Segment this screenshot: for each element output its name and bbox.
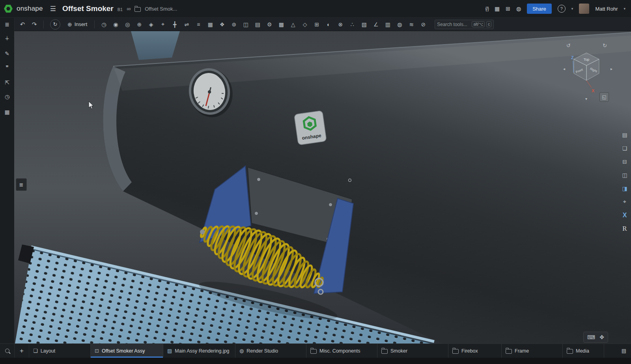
pattern-icon[interactable]: ▩	[275, 19, 287, 30]
tables-icon[interactable]: ▦	[0, 108, 14, 116]
redo-icon[interactable]: ↷	[28, 19, 40, 30]
add-tab-button[interactable]: +	[15, 344, 29, 358]
display-panel-icon[interactable]: ⊟	[620, 157, 629, 166]
interference-icon[interactable]: ⊗	[334, 19, 346, 30]
onshape-logo-icon[interactable]	[4, 4, 13, 13]
revolute-mate-icon[interactable]: ◎	[121, 19, 133, 30]
display-states-icon[interactable]: ⊞	[311, 19, 323, 30]
assembly-tab-icon: ⊡	[95, 348, 99, 354]
fastened-mate-icon[interactable]: ◈	[145, 19, 157, 30]
configurations-icon[interactable]: ▥	[382, 19, 394, 30]
tab-folder-frame[interactable]: Frame	[502, 344, 563, 358]
tab-folder-media[interactable]: Media	[563, 344, 604, 358]
undo-icon[interactable]: ↶	[17, 19, 28, 30]
appearance-panel-icon[interactable]: ◨	[620, 184, 629, 192]
3d-scene[interactable]: onshape	[14, 31, 631, 343]
section-view-icon[interactable]: ◐	[323, 19, 334, 30]
x-axis-label: X	[592, 88, 595, 93]
group-icon[interactable]: ≡	[192, 19, 204, 30]
rotate-cube-left-icon[interactable]: ◂	[563, 67, 565, 71]
comments-icon[interactable]: ❞	[0, 64, 14, 71]
share-button[interactable]: Share	[527, 4, 552, 14]
rotate-right-icon[interactable]: ↻	[603, 43, 607, 49]
exploded-view-icon[interactable]: △	[287, 19, 299, 30]
structure-panel-icon[interactable]: ❏	[620, 144, 629, 152]
user-name: Matt Rohr	[595, 6, 618, 12]
rotate-left-icon[interactable]: ↺	[566, 43, 571, 49]
globe-icon[interactable]: ◍	[516, 6, 521, 12]
clock-icon[interactable]: ◷	[98, 19, 110, 30]
parent-folder-name[interactable]: Offset Smok...	[145, 6, 177, 12]
help-caret-icon[interactable]: ▾	[571, 7, 573, 11]
image-tab-icon: ▨	[167, 348, 172, 354]
replicate-icon[interactable]: ⊚	[228, 19, 240, 30]
measure-panel-icon[interactable]: ⌖	[620, 198, 629, 206]
link-icon[interactable]: ∞	[127, 6, 131, 12]
snap-mode-icon[interactable]: ⌖	[157, 19, 169, 30]
view-options-button[interactable]: ◱	[599, 92, 609, 102]
gear-relation-icon[interactable]: ⚙	[263, 19, 275, 30]
mate-icon[interactable]: ◉	[110, 19, 121, 30]
document-title[interactable]: Offset Smoker	[62, 4, 114, 13]
tab-layout[interactable]: ❏ Layout	[29, 344, 91, 358]
z-axis-label: Z	[571, 55, 574, 60]
r-app-icon[interactable]: R	[620, 224, 629, 233]
user-menu-caret-icon[interactable]: ▾	[624, 7, 625, 11]
measure-icon[interactable]: ∠	[370, 19, 382, 30]
x-axis-line	[586, 80, 592, 88]
user-avatar[interactable]	[579, 4, 589, 14]
tab-render-studio[interactable]: ◍ Render Studio	[235, 344, 306, 358]
keyboard-shortcuts-icon[interactable]: ⌨	[587, 334, 595, 340]
onshape-badge[interactable]: onshape	[294, 110, 327, 145]
named-positions-icon[interactable]: ◇	[299, 19, 311, 30]
section-panel-icon[interactable]: ◫	[620, 171, 629, 179]
expand-panel-button[interactable]: ≣	[16, 178, 27, 191]
feature-list-icon[interactable]: ≣	[0, 21, 14, 28]
update-references-icon[interactable]: ↻	[50, 19, 60, 30]
mouse-gestures-icon[interactable]: ✥	[599, 334, 604, 340]
tab-bar-spacer	[604, 344, 617, 358]
tab-manager-icon[interactable]: ▤	[617, 344, 631, 358]
tab-main-assy-rendering[interactable]: ▨ Main Assy Rendering.jpg	[163, 344, 235, 358]
z-axis-line	[573, 61, 573, 73]
xometry-app-icon[interactable]: X	[620, 211, 629, 219]
bom-panel-icon[interactable]: ▤	[620, 131, 629, 139]
tab-offset-smoker-assy[interactable]: ⊡ Offset Smoker Assy	[91, 344, 163, 358]
app-store-icon[interactable]: ⊞	[506, 6, 510, 12]
circular-pattern-icon[interactable]: ❖	[216, 19, 228, 30]
isolate-icon[interactable]: ⊘	[417, 19, 429, 30]
main-menu-icon[interactable]: ☰	[50, 5, 56, 13]
mirror-icon[interactable]: ◫	[240, 19, 252, 30]
move-part-icon[interactable]: ╋	[169, 19, 181, 30]
smoker-chimney[interactable]	[131, 31, 180, 60]
insert-button[interactable]: ⊕ Insert	[63, 21, 91, 28]
toolbar-divider	[94, 21, 95, 28]
featurescript-icon[interactable]: {/}	[485, 6, 489, 11]
planar-mate-icon[interactable]: ⊕	[133, 19, 145, 30]
help-icon[interactable]: ?	[558, 5, 566, 13]
add-connector-icon[interactable]: ∔	[0, 35, 14, 42]
rotate-cube-right-icon[interactable]: ▸	[610, 67, 612, 71]
render-icon[interactable]: ◍	[394, 19, 405, 30]
view-menu-caret-icon[interactable]: ▾	[585, 97, 587, 101]
viewcube-top-label: Top	[584, 58, 590, 62]
tab-folder-firebox[interactable]: Firebox	[448, 344, 502, 358]
graphics-viewport[interactable]: onshape	[14, 31, 631, 343]
version-badge[interactable]: B1	[118, 7, 123, 12]
center-of-mass-icon[interactable]: ∴	[346, 19, 358, 30]
mate-relation-icon[interactable]: ⇌	[181, 19, 192, 30]
search-tabs-icon[interactable]	[0, 344, 15, 358]
bom-icon[interactable]: ▤	[252, 19, 263, 30]
versions-table-icon[interactable]: ▦	[495, 6, 500, 12]
transform-icon[interactable]: ⇱	[0, 79, 14, 86]
simulation-icon[interactable]: ≋	[405, 19, 417, 30]
search-tools-input[interactable]: Search tools... alt/⌥ c	[435, 20, 494, 29]
history-icon[interactable]: ◷	[0, 93, 14, 100]
linear-pattern-icon[interactable]: ▦	[204, 19, 216, 30]
appearance-icon[interactable]: ▧	[358, 19, 370, 30]
tab-folder-misc-components[interactable]: Misc. Components	[306, 344, 377, 358]
folder-icon	[134, 7, 141, 12]
insert-icon: ⊕	[67, 21, 72, 28]
appearance-icon[interactable]: ✎	[0, 50, 14, 57]
tab-folder-smoker[interactable]: Smoker	[377, 344, 448, 358]
